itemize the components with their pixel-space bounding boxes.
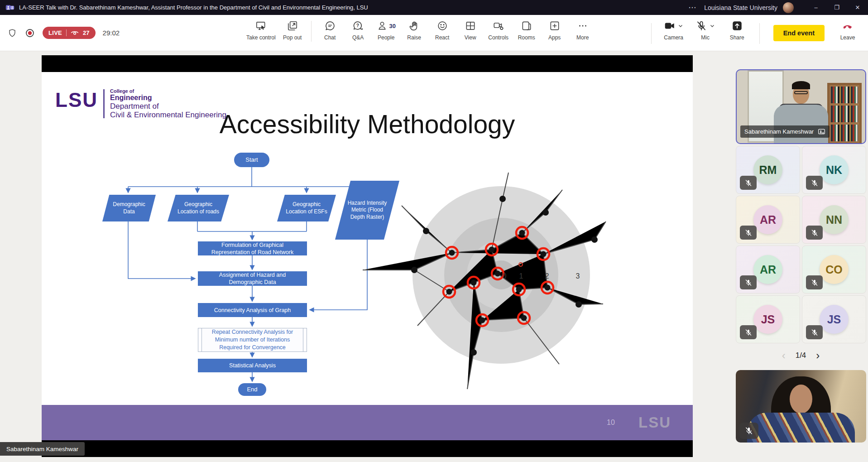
restore-button[interactable]: ❐ (826, 0, 847, 15)
flow-input-esfs: Geographic Location of ESFs (277, 195, 336, 221)
take-control-button[interactable]: Take control (245, 20, 278, 41)
slide-footer-bar: 10 LSU (42, 405, 693, 440)
spotlight-icon (818, 128, 825, 135)
camera-button[interactable]: Camera (661, 15, 687, 41)
live-label: LIVE (48, 29, 62, 36)
end-event-button[interactable]: End event (773, 25, 825, 41)
speaker-silhouette-glasses (794, 91, 808, 94)
mic-muted-badge (740, 176, 757, 190)
slide-page-number: 10 (607, 419, 615, 427)
participant-tile[interactable]: JS (802, 295, 866, 343)
flow-step-connectivity: Connectivity Analysis of Graph (198, 303, 307, 317)
controls-icon (493, 20, 504, 32)
slide-footer-lsu-logo: LSU (638, 414, 671, 431)
flow-step-statistical: Statistical Analysis (198, 359, 307, 372)
raise-hand-button[interactable]: Raise (401, 20, 427, 41)
take-control-icon (255, 20, 267, 32)
participants-sidebar: Sabarethinam Kameshwar RM NK AR NN (734, 51, 868, 462)
titlebar-more-icon[interactable]: ⋯ (680, 3, 704, 12)
live-badge: LIVE 27 (43, 27, 96, 39)
camera-chevron-icon[interactable] (678, 23, 683, 29)
network-diagram: 0 1 2 3 (363, 173, 606, 389)
live-divider (66, 29, 67, 36)
leave-button[interactable]: Leave (834, 15, 861, 41)
mic-chevron-icon[interactable] (710, 23, 715, 29)
flow-input-roads: Geographic Location of roads (168, 195, 229, 221)
speaker-silhouette-body (774, 105, 828, 144)
raise-hand-icon (408, 20, 420, 32)
people-count: 30 (389, 23, 395, 29)
participant-tile[interactable]: AR (736, 245, 800, 294)
react-button[interactable]: React (429, 20, 456, 41)
rooms-button[interactable]: Rooms (513, 20, 540, 41)
shield-icon[interactable] (7, 28, 17, 38)
share-button[interactable]: Share (724, 15, 750, 41)
presenter-name-tag: Sabarethinam Kameshwar (0, 442, 85, 456)
ring-label-3: 3 (576, 272, 580, 280)
qa-button[interactable]: ? Q&A (345, 20, 371, 41)
pagination-prev-icon[interactable]: ‹ (782, 350, 786, 361)
ring-label-2: 2 (545, 272, 549, 280)
flow-step-formulation: Formulation of Graphical Representation … (198, 241, 307, 255)
controls-button[interactable]: Controls (485, 20, 512, 41)
participant-tile[interactable]: NN (802, 196, 866, 244)
people-icon (376, 20, 388, 32)
apps-button[interactable]: Apps (542, 20, 568, 41)
mic-muted-badge (806, 176, 823, 190)
participant-avatar: CO (820, 255, 849, 284)
close-button[interactable]: ✕ (847, 0, 868, 15)
window-title: LA-SEER Talk with Dr. Sabarethinam Kames… (19, 4, 368, 11)
pagination-next-icon[interactable]: › (816, 350, 820, 361)
user-avatar[interactable] (783, 2, 794, 13)
share-icon (731, 20, 743, 32)
rooms-icon (521, 20, 532, 32)
attendee-silhouette-face (790, 385, 812, 414)
toolbar-divider (311, 21, 312, 42)
lsu-college-line1: College of (110, 88, 226, 94)
participant-tile[interactable]: NK (802, 146, 866, 194)
view-button[interactable]: View (457, 20, 484, 41)
share-letterbox-bottom (42, 440, 693, 457)
speaker-video-tile[interactable]: Sabarethinam Kameshwar (736, 69, 866, 144)
participant-avatar: RM (753, 155, 782, 184)
pop-out-icon (287, 20, 298, 32)
chat-button[interactable]: Chat (317, 20, 343, 41)
center-marker-dot (519, 263, 523, 266)
minimize-button[interactable]: – (806, 0, 826, 15)
more-button[interactable]: More (570, 20, 596, 41)
participant-tile[interactable]: RM (736, 146, 800, 194)
flow-end: End (238, 383, 266, 396)
qa-icon: ? (352, 20, 364, 32)
view-grid-icon (465, 20, 476, 32)
participant-avatar: NN (820, 205, 849, 234)
teams-app-icon (5, 3, 14, 12)
video-background-bookshelf (827, 83, 862, 144)
participant-tile[interactable]: AR (736, 196, 800, 244)
apps-icon (549, 20, 561, 32)
svg-text:?: ? (356, 23, 359, 28)
ring-label-1: 1 (519, 272, 523, 280)
pop-out-button[interactable]: Pop out (279, 20, 306, 41)
slide-title: Accessibility Methodology (42, 109, 693, 139)
participant-avatar: JS (753, 305, 782, 334)
toolbar-divider (651, 23, 652, 44)
attendee-video-tile[interactable] (736, 370, 866, 443)
participants-pagination: ‹ 1/4 › (734, 350, 868, 361)
attendee-silhouette-body (747, 413, 855, 443)
toolbar-divider (759, 23, 760, 44)
participant-tile[interactable]: CO (802, 245, 866, 294)
org-switcher[interactable]: Louisiana State University (704, 4, 777, 11)
people-button[interactable]: 30 People (373, 20, 399, 41)
mic-muted-badge (740, 275, 757, 289)
participant-avatar: JS (820, 305, 849, 334)
flow-input-demographic: Demographic Data (102, 195, 156, 221)
flow-step-repeat: Repeat Connectivity Analysis for Minimum… (198, 328, 307, 352)
participant-tile[interactable]: JS (736, 295, 800, 343)
recording-indicator-icon (24, 28, 35, 38)
participant-avatar: AR (753, 255, 782, 284)
mic-button[interactable]: Mic (692, 15, 719, 41)
react-smiley-icon (436, 20, 448, 32)
mic-muted-badge (739, 423, 758, 439)
flow-step-assignment: Assignment of Hazard and Demographic Dat… (198, 271, 307, 286)
participant-avatar: AR (753, 205, 782, 234)
